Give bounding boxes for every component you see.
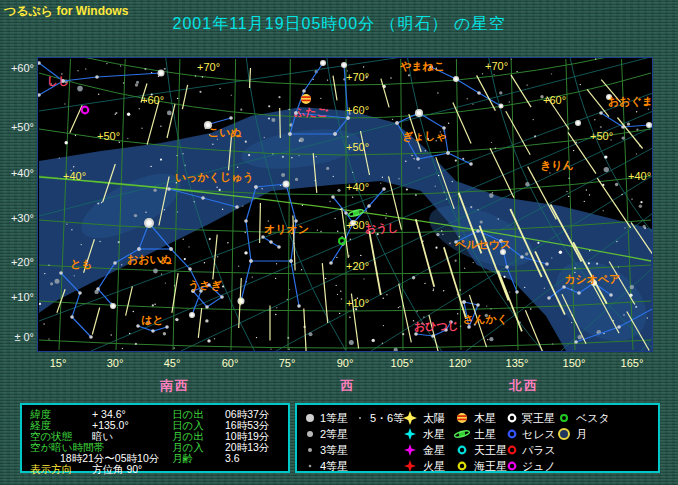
meteor-streak: [260, 203, 261, 243]
grid-altitude-label: +60°: [141, 94, 164, 106]
legend-symbol-pluto: [504, 410, 520, 426]
legend-label: 太陽: [423, 413, 445, 424]
constellation-label: こいぬ: [208, 126, 242, 138]
grid-altitude-label: +50°: [97, 130, 120, 142]
sky-chart[interactable]: +70°+70°+70°+60°+60°+60°+50°+50°+50°+40°…: [37, 57, 653, 352]
legend-label: 5・6等: [370, 413, 404, 424]
info-label: 空の状態: [30, 431, 72, 442]
azimuth-axis-label: 135°: [506, 357, 529, 369]
constellation-label: やまねこ: [399, 60, 445, 72]
legend-symbol-moon: [556, 426, 572, 442]
info-value: 16時53分: [225, 420, 269, 431]
legend-symbol-star3: [302, 442, 318, 458]
legend-symbol-mars: [402, 458, 418, 474]
legend-symbol-star2: [302, 426, 318, 442]
legend-label: 1等星: [320, 413, 348, 424]
info-label: 表示方向: [30, 464, 72, 475]
legend-symbol-uranus: [454, 442, 470, 458]
legend-label: 木星: [474, 413, 496, 424]
legend-symbol-pallas: [504, 442, 520, 458]
legend-label: 月: [576, 429, 587, 440]
grid-altitude-label: +70°: [197, 61, 220, 73]
info-label: 緯度: [30, 409, 51, 420]
info-label: 月齢: [172, 453, 193, 464]
legend-symbol-jupiter: [454, 410, 470, 426]
grid-altitude-label: +60°: [346, 104, 369, 116]
azimuth-axis-label: 60°: [222, 357, 239, 369]
altitude-axis-label: +50°: [0, 121, 34, 133]
info-label: 空が暗い時間帯: [30, 442, 104, 453]
grid-altitude-label: +20°: [346, 260, 369, 272]
meteor-streak: [280, 108, 281, 138]
constellation-label: おひつじ: [414, 320, 459, 333]
grid-altitude-label: +40°: [346, 181, 369, 193]
grid-altitude-label: +50°: [346, 141, 369, 153]
legend-symbol-ceres: [504, 426, 520, 442]
object-jupiter: [301, 94, 311, 104]
azimuth-axis-label: 15°: [50, 357, 67, 369]
constellation-label: うさぎ: [188, 279, 223, 292]
legend-symbol-venus: [402, 442, 418, 458]
legend-label: 天王星: [474, 445, 507, 456]
grid-altitude-label: +70°: [485, 60, 508, 72]
info-label: 経度: [30, 420, 51, 431]
grid-altitude-label: +50°: [590, 130, 613, 142]
legend-symbol-saturn: [454, 426, 470, 442]
info-label: 日の出: [172, 409, 204, 420]
constellation-label: おおぐま: [608, 95, 653, 108]
legend-symbol-star1: [302, 410, 318, 426]
legend-label: 火星: [423, 461, 445, 472]
legend-label: 海王星: [474, 461, 507, 472]
legend-label: 3等星: [320, 445, 348, 456]
altitude-axis-label: +40°: [0, 167, 34, 179]
info-value: 18時21分〜05時10分: [60, 453, 159, 464]
info-label: 月の出: [172, 431, 204, 442]
grid-altitude-label: +40°: [628, 170, 651, 182]
constellation-label: はと: [141, 314, 164, 326]
constellation-label: カシオペア: [564, 273, 620, 285]
grid-altitude-label: +60°: [543, 94, 566, 106]
constellation-label: ペルセウス: [454, 238, 511, 250]
chart-title: 2001年11月19日05時00分 （明石） の星空: [0, 14, 678, 35]
altitude-axis-label: +60°: [0, 62, 34, 74]
direction-label: 南西: [160, 377, 190, 395]
altitude-axis-label: ± 0°: [0, 331, 34, 343]
info-value: 20時13分: [225, 442, 269, 453]
legend-label: ジュノ: [522, 461, 556, 472]
info-value: 10時19分: [225, 431, 269, 442]
azimuth-axis-label: 45°: [164, 357, 181, 369]
constellation-label: とも: [70, 258, 93, 270]
constellation-label: きりん: [540, 159, 574, 172]
grid-altitude-label: +10°: [346, 297, 369, 309]
info-value: 方位角 90°: [92, 464, 142, 475]
app-window: つるぷら for Windows 2001年11月19日05時00分 （明石） …: [0, 0, 678, 485]
constellation-label: おおいぬ: [127, 253, 172, 266]
constellation-label: ふたご: [293, 106, 329, 118]
azimuth-axis-label: 165°: [621, 357, 644, 369]
constellation-label: ぎょしゃ: [402, 130, 447, 143]
legend-label: パラス: [522, 445, 556, 456]
legend-symbol-star56: [352, 410, 368, 426]
legend-symbol-sun: [402, 410, 418, 426]
legend-label: 2等星: [320, 429, 348, 440]
legend-label: ベスタ: [576, 413, 610, 424]
azimuth-axis-label: 105°: [391, 357, 414, 369]
azimuth-axis-label: 75°: [279, 357, 296, 369]
info-value: +135.0°: [92, 420, 129, 431]
direction-label: 西: [341, 377, 356, 395]
grid-altitude-label: +40°: [63, 170, 86, 182]
info-value: 3.6: [225, 453, 240, 464]
info-value: 暗い: [92, 431, 113, 442]
legend-symbol-neptune: [454, 458, 470, 474]
legend-symbol-vesta: [556, 410, 572, 426]
legend-symbol-star4: [302, 458, 318, 474]
constellation-label: おうし: [365, 222, 399, 235]
legend-label: セレス: [522, 429, 556, 440]
altitude-axis-label: +20°: [0, 256, 34, 268]
constellation-label: さんかく: [463, 313, 508, 326]
legend-label: 冥王星: [522, 413, 555, 424]
info-value: + 34.6°: [92, 409, 126, 420]
azimuth-axis-label: 30°: [107, 357, 124, 369]
azimuth-axis-label: 120°: [449, 357, 472, 369]
legend-label: 4等星: [320, 461, 348, 472]
